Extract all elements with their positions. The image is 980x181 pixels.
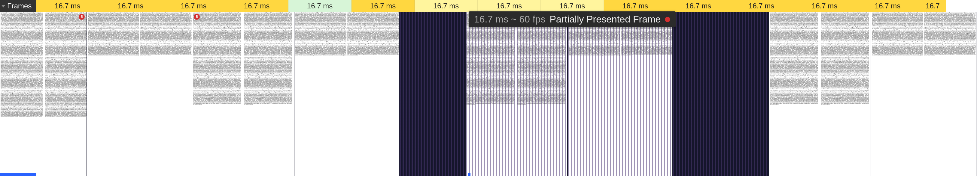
frames-track-label[interactable]: Frames xyxy=(0,0,36,12)
frame-cell-label: 16.7 ms xyxy=(496,2,522,10)
frame-cell-8[interactable]: 16.7 ms xyxy=(541,0,604,12)
screenshot-thumbnail-3[interactable]: Lorem ipsum dolor sit amet, consectetur … xyxy=(294,12,399,176)
thumbnail-page: Lorem ipsum dolor sit amet, consectetur … xyxy=(87,12,192,176)
frame-cell-label: 16.7 ms xyxy=(118,2,143,10)
frame-tooltip: 16.7 ms ~ 60 fps Partially Presented Fra… xyxy=(469,11,676,27)
dropped-frame-overlay-icon xyxy=(399,12,465,176)
frames-label-text: Frames xyxy=(7,2,32,10)
thumbnail-page: Lorem ipsum dolor sit amet, consectetur … xyxy=(871,12,977,176)
frames-header: Frames 16.7 ms16.7 ms16.7 ms16.7 ms16.7 … xyxy=(0,0,980,12)
frame-cell-10[interactable]: 16.7 ms xyxy=(667,0,730,12)
thumbnail-page: Lorem ipsum dolor sit amet, consectetur … xyxy=(517,12,566,176)
frame-cell-14[interactable]: 16.7 xyxy=(919,0,947,12)
screenshot-thumbnail-1[interactable]: Lorem ipsum dolor sit amet, consectetur … xyxy=(87,12,192,176)
tooltip-status: Partially Presented Frame xyxy=(549,14,661,25)
frame-cell-0[interactable]: 16.7 ms xyxy=(36,0,99,12)
frame-cell-11[interactable]: 16.7 ms xyxy=(730,0,793,12)
screenshot-thumbnail-8[interactable]: Lorem ipsum dolor sit amet, consectetur … xyxy=(769,12,871,176)
screenshot-thumbnail-0[interactable]: Lorem ipsum dolor sit amet, consectetur … xyxy=(0,12,87,176)
thumbnail-page: Lorem ipsum dolor sit amet, consectetur … xyxy=(769,12,819,176)
partial-frame-icon xyxy=(665,17,670,22)
frame-cell-label: 16.7 ms xyxy=(559,2,585,10)
frame-cell-7[interactable]: 16.7 ms xyxy=(478,0,541,12)
frame-cell-label: 16.7 ms xyxy=(181,2,207,10)
frame-cell-label: 16.7 ms xyxy=(812,2,837,10)
frame-cell-label: 16.7 ms xyxy=(875,2,900,10)
thumbnail-page: Lorem ipsum dolor sit amet, consectetur … xyxy=(294,12,399,176)
frame-cell-label: 16.7 ms xyxy=(244,2,269,10)
frame-cell-6[interactable]: 16.7 ms xyxy=(415,0,478,12)
filmstrip[interactable]: Lorem ipsum dolor sit amet, consectetur … xyxy=(0,12,980,176)
screenshot-thumbnail-4[interactable] xyxy=(399,12,466,176)
frame-cell-label: 16.7 ms xyxy=(307,2,332,10)
frame-cell-5[interactable]: 16.7 ms xyxy=(352,0,415,12)
frame-cell-label: 16.7 xyxy=(926,2,940,10)
frame-cell-1[interactable]: 16.7 ms xyxy=(99,0,162,12)
screenshot-thumbnail-5[interactable]: Lorem ipsum dolor sit amet, consectetur … xyxy=(466,12,568,176)
frame-cell-label: 16.7 ms xyxy=(370,2,396,10)
thumbnail-page: Lorem ipsum dolor sit amet, consectetur … xyxy=(243,12,293,176)
timeline-scrub-segment[interactable] xyxy=(468,173,471,176)
frame-cell-2[interactable]: 16.7 ms xyxy=(162,0,225,12)
frame-cell-label: 16.7 ms xyxy=(622,2,648,10)
screenshot-thumbnail-7[interactable] xyxy=(673,12,769,176)
timeline-scrub-segment[interactable] xyxy=(0,173,36,176)
thumbnail-page: Lorem ipsum dolor sit amet, consectetur … xyxy=(466,12,515,176)
tooltip-timing: 16.7 ms ~ 60 fps xyxy=(474,14,545,25)
screenshot-thumbnail-2[interactable]: Lorem ipsum dolor sit amet, consectetur … xyxy=(192,12,294,176)
screenshot-thumbnail-6[interactable]: Lorem ipsum dolor sit amet, consectetur … xyxy=(568,12,673,176)
frame-marker-icon[interactable]: 5 xyxy=(79,14,85,20)
thumbnail-page: Lorem ipsum dolor sit amet, consectetur … xyxy=(568,12,673,176)
frame-cell-label: 16.7 ms xyxy=(686,2,711,10)
frame-cell-13[interactable]: 16.7 ms xyxy=(856,0,919,12)
frame-cell-label: 16.7 ms xyxy=(55,2,80,10)
frame-cells-container: 16.7 ms16.7 ms16.7 ms16.7 ms16.7 ms16.7 … xyxy=(36,0,980,12)
frame-cell-4[interactable]: 16.7 ms xyxy=(288,0,352,12)
thumbnail-page: Lorem ipsum dolor sit amet, consectetur … xyxy=(192,12,242,176)
thumbnail-page: Lorem ipsum dolor sit amet, consectetur … xyxy=(45,12,87,176)
collapse-triangle-icon[interactable] xyxy=(1,5,5,8)
screenshot-thumbnail-9[interactable]: Lorem ipsum dolor sit amet, consectetur … xyxy=(871,12,977,176)
frame-cell-label: 16.7 ms xyxy=(749,2,774,10)
thumbnail-page: Lorem ipsum dolor sit amet, consectetur … xyxy=(820,12,870,176)
frame-cell-9[interactable]: 16.7 ms xyxy=(604,0,667,12)
frame-cell-label: 16.7 ms xyxy=(433,2,459,10)
frame-cell-12[interactable]: 16.7 ms xyxy=(793,0,856,12)
thumbnail-page: Lorem ipsum dolor sit amet, consectetur … xyxy=(0,12,44,176)
frame-marker-icon[interactable]: 5 xyxy=(194,14,200,20)
frame-cell-3[interactable]: 16.7 ms xyxy=(225,0,288,12)
dropped-frame-overlay-icon xyxy=(673,12,768,176)
